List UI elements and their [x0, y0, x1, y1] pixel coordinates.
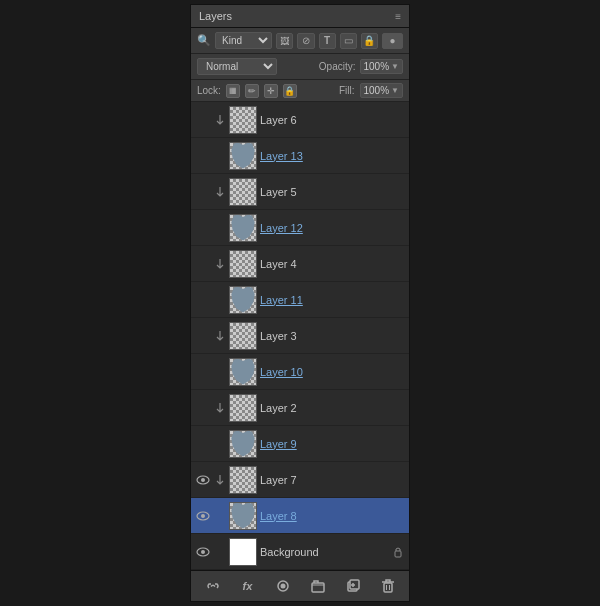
layer-visibility-toggle[interactable] — [195, 112, 211, 128]
layer-name: Layer 7 — [260, 474, 405, 486]
layer-locked-icon — [393, 546, 405, 558]
layer-link-arrow — [214, 330, 226, 342]
layer-thumbnail — [229, 322, 257, 350]
layer-thumbnail — [229, 142, 257, 170]
layer-visibility-toggle[interactable] — [195, 184, 211, 200]
layer-link-arrow — [214, 474, 226, 486]
layer-thumbnail — [229, 538, 257, 566]
svg-point-1 — [201, 478, 205, 482]
layer-thumbnail — [229, 250, 257, 278]
layer-thumbnail — [229, 502, 257, 530]
layer-link-arrow — [214, 510, 226, 522]
delete-layer-button[interactable] — [378, 576, 398, 596]
fill-label: Fill: — [339, 85, 355, 96]
filter-toolbar: 🔍 Kind Name Effect 🖼 ⊘ T ▭ 🔒 ● — [191, 28, 409, 54]
svg-rect-6 — [395, 551, 401, 557]
opacity-value: 100% — [364, 61, 390, 72]
fill-arrow[interactable]: ▼ — [391, 86, 399, 95]
panel-header: Layers ≡ — [191, 5, 409, 28]
layer-name: Layer 4 — [260, 258, 405, 270]
add-mask-button[interactable] — [273, 576, 293, 596]
filter-lock-icon[interactable]: 🔒 — [361, 33, 378, 49]
fx-button[interactable]: fx — [238, 576, 258, 596]
layer-visibility-toggle[interactable] — [195, 328, 211, 344]
layer-link-arrow — [214, 222, 226, 234]
svg-point-3 — [201, 514, 205, 518]
layer-item[interactable]: Layer 5 — [191, 174, 409, 210]
layer-item[interactable]: Layer 10 — [191, 354, 409, 390]
filter-shape-icon[interactable]: ▭ — [340, 33, 357, 49]
layer-thumb-content — [230, 359, 256, 385]
lock-all-icon[interactable]: 🔒 — [283, 84, 297, 98]
fill-value: 100% — [364, 85, 390, 96]
layer-link-arrow — [214, 402, 226, 414]
lock-paint-icon[interactable]: ✏ — [245, 84, 259, 98]
bottom-toolbar: fx — [191, 570, 409, 601]
layer-name: Layer 5 — [260, 186, 405, 198]
opacity-arrow[interactable]: ▼ — [391, 62, 399, 71]
blend-mode-select[interactable]: Normal Dissolve Multiply Screen — [197, 58, 277, 75]
layer-item[interactable]: Layer 6 — [191, 102, 409, 138]
search-icon: 🔍 — [197, 34, 211, 47]
layer-visibility-toggle[interactable] — [195, 472, 211, 488]
layer-thumb-content — [230, 215, 256, 241]
layer-visibility-toggle[interactable] — [195, 148, 211, 164]
layer-item[interactable]: Layer 11 — [191, 282, 409, 318]
layer-item[interactable]: Layer 12 — [191, 210, 409, 246]
layer-name: Layer 8 — [260, 510, 405, 522]
layer-visibility-toggle[interactable] — [195, 436, 211, 452]
layer-item[interactable]: Layer 7 — [191, 462, 409, 498]
layer-item[interactable]: Layer 8 — [191, 498, 409, 534]
layer-item[interactable]: Background — [191, 534, 409, 570]
panel-menu-icon[interactable]: ≡ — [395, 11, 401, 22]
fill-control[interactable]: 100% ▼ — [360, 83, 404, 98]
blend-row: Normal Dissolve Multiply Screen Opacity:… — [191, 54, 409, 80]
layer-name: Layer 9 — [260, 438, 405, 450]
layer-visibility-toggle[interactable] — [195, 508, 211, 524]
layer-item[interactable]: Layer 9 — [191, 426, 409, 462]
filter-toggle[interactable]: ● — [382, 33, 403, 49]
new-layer-button[interactable] — [343, 576, 363, 596]
layer-name: Layer 12 — [260, 222, 405, 234]
lock-move-icon[interactable]: ✛ — [264, 84, 278, 98]
layer-thumbnail — [229, 394, 257, 422]
layer-visibility-toggle[interactable] — [195, 256, 211, 272]
layer-visibility-toggle[interactable] — [195, 220, 211, 236]
layer-visibility-toggle[interactable] — [195, 400, 211, 416]
layer-name: Layer 3 — [260, 330, 405, 342]
layer-link-arrow — [214, 438, 226, 450]
filter-circle-icon[interactable]: ⊘ — [297, 33, 314, 49]
layer-name: Layer 11 — [260, 294, 405, 306]
layer-item[interactable]: Layer 2 — [191, 390, 409, 426]
opacity-label: Opacity: — [319, 61, 356, 72]
layer-link-arrow — [214, 186, 226, 198]
layer-thumbnail — [229, 106, 257, 134]
layer-thumb-content — [230, 431, 256, 457]
lock-checkerboard-icon[interactable]: ▦ — [226, 84, 240, 98]
link-layers-button[interactable] — [203, 576, 223, 596]
kind-select[interactable]: Kind Name Effect — [215, 32, 272, 49]
layer-name: Layer 2 — [260, 402, 405, 414]
layer-link-arrow — [214, 294, 226, 306]
layer-link-arrow — [214, 258, 226, 270]
layer-item[interactable]: Layer 13 — [191, 138, 409, 174]
filter-text-icon[interactable]: T — [319, 33, 336, 49]
svg-rect-9 — [312, 583, 324, 592]
layer-visibility-toggle[interactable] — [195, 292, 211, 308]
lock-label: Lock: — [197, 85, 221, 96]
layer-thumbnail — [229, 214, 257, 242]
new-group-button[interactable] — [308, 576, 328, 596]
layer-item[interactable]: Layer 3 — [191, 318, 409, 354]
layer-thumbnail — [229, 358, 257, 386]
layer-thumb-content — [230, 143, 256, 169]
layer-item[interactable]: Layer 4 — [191, 246, 409, 282]
layer-link-arrow — [214, 114, 226, 126]
layer-visibility-toggle[interactable] — [195, 364, 211, 380]
lock-row: Lock: ▦ ✏ ✛ 🔒 Fill: 100% ▼ — [191, 80, 409, 102]
layer-name: Layer 6 — [260, 114, 405, 126]
layer-thumbnail — [229, 286, 257, 314]
layer-visibility-toggle[interactable] — [195, 544, 211, 560]
layer-thumb-content — [230, 503, 256, 529]
opacity-control[interactable]: 100% ▼ — [360, 59, 404, 74]
filter-image-icon[interactable]: 🖼 — [276, 33, 293, 49]
